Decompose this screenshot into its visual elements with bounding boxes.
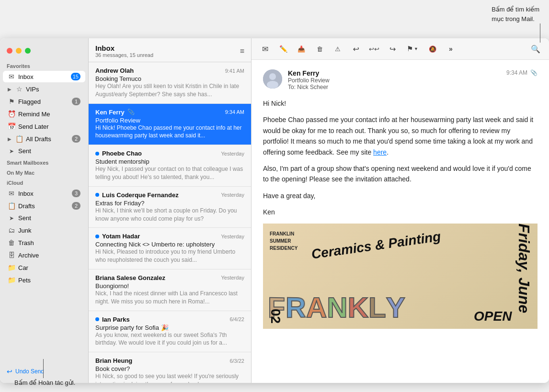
message-item-selected[interactable]: Ken Ferry 📎 9:34 AM Portfolio Review Hi … xyxy=(89,104,251,146)
message-preview: Hi Nick, Pleased to introduce you to my … xyxy=(95,248,244,264)
inbox-icon: ✉ xyxy=(8,190,15,197)
sidebar-item-icloud-drafts[interactable]: 📋 Drafts 2 xyxy=(3,200,85,212)
email-header: Ken Ferry Portfolio Review To: Nick Sche… xyxy=(263,69,538,90)
more-button[interactable]: » xyxy=(444,42,458,56)
message-item[interactable]: Ian Parks 6/4/22 Surprise party for Sofi… xyxy=(89,311,251,353)
message-preview: Hi Nick, I think we'll be short a couple… xyxy=(95,207,244,223)
sidebar-item-icloud-car[interactable]: 📁 Car xyxy=(3,262,85,273)
search-button[interactable]: 🔍 xyxy=(529,42,542,56)
junk-icon: 🗂 xyxy=(8,226,15,234)
forward-button[interactable]: ↪ xyxy=(386,42,399,56)
message-subject: Portfolio Review xyxy=(95,117,244,124)
sidebar-item-icloud-inbox[interactable]: ✉ Inbox 3 xyxy=(3,188,85,199)
mailbox-count: 36 messages, 15 unread xyxy=(95,52,153,58)
message-list-header: Inbox 36 messages, 15 unread ≡ xyxy=(89,38,251,62)
sidebar-item-flagged[interactable]: ⚑ Flagged 1 xyxy=(3,96,85,107)
drafts-badge: 2 xyxy=(72,135,80,143)
undo-send-button[interactable]: ↩ Undo Send xyxy=(0,365,88,378)
sidebar-item-label: Send Later xyxy=(18,123,80,130)
message-item[interactable]: Phoebe Chao Yesterday Student mentorship… xyxy=(89,145,251,187)
close-button[interactable] xyxy=(7,48,12,54)
maximize-button[interactable] xyxy=(25,48,31,54)
icloud-inbox-badge: 3 xyxy=(72,190,80,197)
sidebar: Favorites ✉ Inbox 15 ▶ ☆ VIPs ⚑ Flagged … xyxy=(0,38,89,383)
reply-all-button[interactable]: ↩↩ xyxy=(367,42,381,56)
minimize-button[interactable] xyxy=(16,48,22,54)
email-to: To: Nick Scheer xyxy=(288,84,506,90)
flagged-icon: ⚑ xyxy=(8,98,15,105)
sidebar-item-icloud-archive[interactable]: 🗄 Archive xyxy=(3,249,85,261)
message-item[interactable]: Luis Coderque Fernandez Yesterday Extras… xyxy=(89,187,251,228)
sidebar-item-icloud-trash[interactable]: 🗑 Trash xyxy=(3,237,85,248)
flag-button[interactable]: ⚑ ▼ xyxy=(404,43,421,55)
message-preview: As you know, next weekend is our sweet S… xyxy=(95,331,244,347)
message-sender: Luis Coderque Fernandez xyxy=(95,191,179,199)
email-date: 9:34 AM 📎 xyxy=(506,69,538,76)
sidebar-item-icloud-pets[interactable]: 📁 Pets xyxy=(3,274,85,286)
vips-icon: ☆ xyxy=(15,85,23,93)
message-time: 9:41 AM xyxy=(225,68,244,74)
sidebar-item-label: Inbox xyxy=(18,73,68,80)
send-later-icon: 📅 xyxy=(8,123,15,130)
email-link[interactable]: here xyxy=(373,148,387,156)
message-preview: Nick, I had the nicest dinner with Lia a… xyxy=(95,290,244,306)
message-item[interactable]: Briana Salese Gonzalez Yesterday Buongio… xyxy=(89,269,251,311)
message-preview: Hi Nick, so good to see you last week! I… xyxy=(95,372,244,383)
sidebar-item-all-drafts[interactable]: ▶ 📋 All Drafts 2 xyxy=(3,133,85,145)
sidebar-item-label: Archive xyxy=(18,252,80,259)
archive-button[interactable]: 📥 xyxy=(295,42,308,56)
message-preview: Hey Olah! Are you still keen to visit Kr… xyxy=(95,82,244,99)
email-from: Ken Ferry xyxy=(288,69,506,77)
junk-button[interactable]: ⚠ xyxy=(331,42,344,56)
reply-button[interactable]: ↪ xyxy=(349,42,363,56)
unread-indicator xyxy=(95,317,99,321)
poster-letters: F R A N K L Y xyxy=(263,291,499,324)
sidebar-item-icloud-sent[interactable]: ➤ Sent xyxy=(3,213,85,224)
sidebar-item-send-later[interactable]: 📅 Send Later xyxy=(3,121,85,132)
compose-button[interactable]: ✏️ xyxy=(276,42,290,56)
poster-header-text: FRANKLINSUMMERRESIDENCY xyxy=(270,230,297,252)
drafts-icon: 📋 xyxy=(15,135,23,143)
delete-button[interactable]: 🗑 xyxy=(313,42,326,56)
sidebar-item-label: Inbox xyxy=(18,190,69,197)
event-poster: FRANKLINSUMMERRESIDENCY Ceramics & Paint… xyxy=(263,224,538,329)
sidebar-item-vips[interactable]: ▶ ☆ VIPs xyxy=(3,83,85,95)
svg-point-2 xyxy=(267,81,278,89)
sidebar-item-sent[interactable]: ➤ Sent xyxy=(3,146,85,157)
email-detail-panel: ✉ ✏️ 📥 🗑 ⚠ ↪ ↩↩ ↪ ⚑ ▼ 🔕 » 🔍 xyxy=(252,38,549,383)
message-time: Yesterday xyxy=(221,234,244,239)
archive-icon: 🗄 xyxy=(8,251,15,259)
expand-icon: ▶ xyxy=(8,87,11,92)
message-time: 6/4/22 xyxy=(229,316,244,322)
message-subject: Buongiorno! xyxy=(95,282,244,290)
filter-button[interactable]: ≡ xyxy=(240,47,244,56)
on-my-mac-label: On My Mac xyxy=(0,167,88,177)
message-time: 9:34 AM xyxy=(225,109,244,115)
message-subject: Book cover? xyxy=(95,365,244,372)
mute-button[interactable]: 🔕 xyxy=(426,42,439,56)
message-subject: Connecting Nick <> Umberto re: upholster… xyxy=(95,241,244,248)
message-item[interactable]: Brian Heung 6/3/22 Book cover? Hi Nick, … xyxy=(89,352,251,383)
sidebar-item-label: Sent xyxy=(18,214,80,222)
unread-indicator xyxy=(95,235,99,238)
message-subject: Surprise party for Sofia 🎉 xyxy=(95,324,244,331)
mailbox-title: Inbox xyxy=(95,44,153,52)
smart-mailboxes-label: Smart Mailboxes xyxy=(0,157,88,167)
avatar xyxy=(263,69,282,89)
folder-icon: 📁 xyxy=(8,264,15,271)
new-message-button[interactable]: ✉ xyxy=(258,42,272,56)
poster-ceramics-text: Ceramics & Painting xyxy=(310,229,442,262)
email-body: Hi Nick! Phoebe Chao passed me your cont… xyxy=(263,98,538,218)
sidebar-item-label: Flagged xyxy=(18,98,69,105)
toolbar: ✉ ✏️ 📥 🗑 ⚠ ↪ ↩↩ ↪ ⚑ ▼ 🔕 » 🔍 xyxy=(252,38,549,60)
sidebar-item-icloud-junk[interactable]: 🗂 Junk xyxy=(3,224,85,236)
message-item[interactable]: Yotam Hadar Yesterday Connecting Nick <>… xyxy=(89,228,251,269)
message-subject: Extras for Friday? xyxy=(95,200,244,207)
icloud-drafts-badge: 2 xyxy=(72,202,80,210)
flag-chevron-icon: ▼ xyxy=(414,46,418,51)
sidebar-item-inbox[interactable]: ✉ Inbox 15 xyxy=(3,71,85,82)
sidebar-item-remind-me[interactable]: ⏰ Remind Me xyxy=(3,108,85,120)
flagged-badge: 1 xyxy=(72,98,80,105)
favorites-label: Favorites xyxy=(0,60,88,70)
message-item[interactable]: Andrew Olah 9:41 AM Booking Temuco Hey O… xyxy=(89,62,251,104)
